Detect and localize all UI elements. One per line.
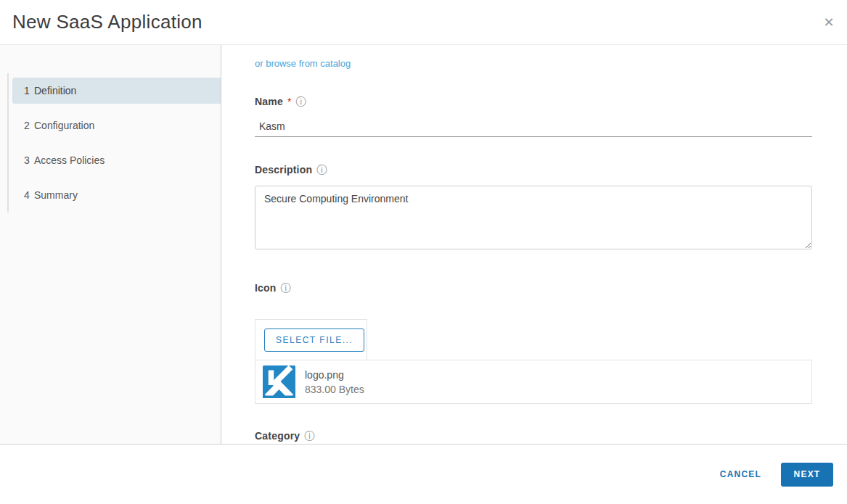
select-file-button[interactable]: SELECT FILE...	[264, 329, 364, 352]
step-label: Configuration	[34, 120, 94, 131]
step-access-policies[interactable]: 3 Access Policies	[9, 143, 221, 178]
wizard-step-list: 1 Definition 2 Configuration 3 Access Po…	[7, 73, 221, 212]
dialog-footer: CANCEL NEXT	[0, 445, 847, 504]
step-definition[interactable]: 1 Definition	[9, 73, 221, 108]
category-label: Category	[255, 430, 300, 442]
definition-form: or browse from catalog Name * ⓘ Descript…	[221, 45, 847, 444]
name-label: Name	[255, 96, 283, 107]
info-icon[interactable]: ⓘ	[295, 96, 306, 107]
step-label: Definition	[34, 85, 76, 96]
uploaded-file-row: logo.png 833.00 Bytes	[255, 360, 812, 404]
icon-upload-box: SELECT FILE...	[255, 319, 367, 360]
info-icon[interactable]: ⓘ	[281, 283, 291, 293]
dialog-header: New SaaS Application ✕	[0, 0, 847, 45]
step-label: Summary	[34, 189, 78, 201]
icon-field-group: Icon ⓘ SELECT FILE... logo.png	[255, 282, 812, 404]
step-configuration[interactable]: 2 Configuration	[9, 108, 221, 143]
step-number: 1	[24, 85, 34, 96]
file-meta: logo.png 833.00 Bytes	[305, 369, 364, 395]
info-icon[interactable]: ⓘ	[304, 431, 314, 441]
description-textarea[interactable]: Secure Computing Environment	[255, 186, 812, 249]
description-label: Description	[255, 164, 312, 175]
name-label-row: Name * ⓘ	[255, 96, 812, 107]
step-configuration-button[interactable]: 2 Configuration	[12, 112, 221, 139]
step-number: 4	[24, 189, 34, 201]
step-summary-button[interactable]: 4 Summary	[12, 182, 221, 208]
step-number: 3	[24, 154, 34, 166]
step-access-policies-button[interactable]: 3 Access Policies	[12, 147, 221, 173]
step-number: 2	[24, 120, 34, 131]
name-field-group: Name * ⓘ	[255, 96, 812, 137]
wizard-stepnav: 1 Definition 2 Configuration 3 Access Po…	[0, 45, 221, 444]
category-field-group: Category ⓘ	[255, 430, 812, 442]
description-label-row: Description ⓘ	[255, 164, 812, 175]
close-icon[interactable]: ✕	[819, 13, 838, 32]
new-saas-application-dialog: New SaaS Application ✕ 1 Definition 2 Co…	[0, 0, 847, 504]
cancel-button[interactable]: CANCEL	[716, 463, 766, 485]
description-field-group: Description ⓘ Secure Computing Environme…	[255, 164, 812, 249]
page-title: New SaaS Application	[12, 11, 202, 33]
file-size: 833.00 Bytes	[305, 384, 364, 395]
step-summary[interactable]: 4 Summary	[9, 178, 221, 212]
kasm-logo-icon	[263, 365, 295, 398]
step-label: Access Policies	[34, 154, 105, 166]
icon-label: Icon	[255, 282, 277, 294]
file-name: logo.png	[305, 369, 364, 381]
name-input[interactable]	[255, 117, 812, 137]
info-icon[interactable]: ⓘ	[316, 165, 327, 175]
step-definition-button[interactable]: 1 Definition	[12, 78, 221, 104]
icon-label-row: Icon ⓘ	[255, 282, 812, 294]
next-button[interactable]: NEXT	[781, 463, 833, 487]
dialog-body: 1 Definition 2 Configuration 3 Access Po…	[0, 45, 847, 445]
browse-from-catalog-link[interactable]: or browse from catalog	[255, 58, 351, 69]
category-label-row: Category ⓘ	[255, 430, 812, 442]
required-marker: *	[287, 96, 291, 107]
